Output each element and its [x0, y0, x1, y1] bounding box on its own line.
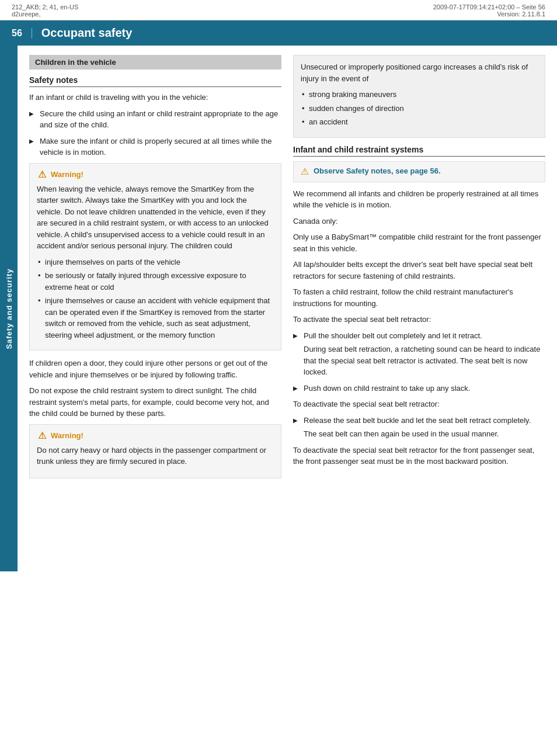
- intro-text: If an infant or child is traveling with …: [29, 92, 281, 103]
- child-safety-bullets: Secure the child using an infant or chil…: [29, 108, 281, 158]
- infant-para7: To deactivate the special seat belt retr…: [293, 445, 545, 467]
- left-column: Children in the vehicle Safety notes If …: [29, 55, 281, 562]
- info-box-intro: Unsecured or improperly positioned cargo…: [301, 61, 538, 84]
- list-item: Pull the shoulder belt out completely an…: [293, 330, 545, 378]
- list-item: Make sure the infant or child is properl…: [29, 136, 281, 158]
- warning2-body: Do not carry heavy or hard objects in th…: [37, 445, 274, 467]
- side-tab: Safety and security: [0, 46, 18, 571]
- sub-para: During seat belt retraction, a ratchetin…: [304, 344, 545, 378]
- warning-box-1: ⚠ Warning! When leaving the vehicle, alw…: [29, 163, 281, 351]
- warning1-items: injure themselves on parts of the vehicl…: [37, 256, 274, 341]
- deactivate-items: Release the seat belt buckle and let the…: [293, 415, 545, 440]
- page-number: 56: [12, 28, 32, 39]
- infant-para2-intro: Canada only:: [293, 216, 545, 227]
- content-wrapper: Safety and security Children in the vehi…: [0, 46, 557, 571]
- list-item: strong braking maneuvers: [301, 89, 538, 100]
- page-title: Occupant safety: [41, 26, 133, 40]
- infant-para4: To fasten a child restraint, follow the …: [293, 286, 545, 309]
- list-item: be seriously or fatally injured through …: [37, 270, 274, 293]
- infant-para5: To activate the special seat belt retrac…: [293, 314, 545, 325]
- infant-para2: Only use a BabySmart™ compatible child r…: [293, 231, 545, 254]
- list-item: an accident: [301, 116, 538, 128]
- infant-para1: We recommend all infants and children be…: [293, 188, 545, 211]
- activate-items: Pull the shoulder belt out completely an…: [293, 330, 545, 394]
- list-item: injure themselves or cause an accident w…: [37, 295, 274, 341]
- list-item: Push down on child restraint to take up …: [293, 383, 545, 394]
- list-item: Release the seat belt buckle and let the…: [293, 415, 545, 440]
- info-box-items: strong braking maneuvers sudden changes …: [301, 89, 538, 128]
- subsection-header-safety-notes: Safety notes: [29, 75, 281, 87]
- subsection-header-infant: Infant and child restraint systems: [293, 145, 545, 157]
- warning-title-2: ⚠ Warning!: [37, 431, 274, 441]
- mid-text-2: Do not expose the child restraint system…: [29, 385, 281, 419]
- infant-para3: All lap/shoulder belts except the driver…: [293, 259, 545, 282]
- safety-note-box: ⚠ Observe Safety notes, see page 56.: [293, 161, 545, 182]
- list-item: injure themselves on parts of the vehicl…: [37, 256, 274, 268]
- infant-para6: To deactivate the special seat belt retr…: [293, 398, 545, 410]
- mid-text-1: If children open a door, they could inju…: [29, 358, 281, 380]
- right-column: Unsecured or improperly positioned cargo…: [293, 55, 545, 562]
- header-left: 212_AKB; 2; 41, en-US d2ureepe,: [12, 4, 78, 18]
- header-meta: 212_AKB; 2; 41, en-US d2ureepe, 2009-07-…: [0, 0, 557, 20]
- safety-note-icon: ⚠: [300, 167, 310, 177]
- warning-title-1: ⚠ Warning!: [37, 169, 274, 180]
- warning-icon-1: ⚠: [37, 169, 47, 180]
- list-item: sudden changes of direction: [301, 103, 538, 115]
- columns: Children in the vehicle Safety notes If …: [18, 46, 557, 571]
- warning1-body: When leaving the vehicle, always remove …: [37, 183, 274, 252]
- side-tab-label: Safety and security: [5, 268, 13, 349]
- warning-box-2: ⚠ Warning! Do not carry heavy or hard ob…: [29, 424, 281, 478]
- info-box: Unsecured or improperly positioned cargo…: [293, 55, 545, 138]
- safety-note-text: Observe Safety notes, see page 56.: [314, 167, 441, 175]
- list-item: Secure the child using an infant or chil…: [29, 108, 281, 131]
- section-header-children: Children in the vehicle: [29, 55, 281, 70]
- header-right: 2009-07-17T09:14:21+02:00 – Seite 56 Ver…: [433, 4, 545, 18]
- sub-para: The seat belt can then again be used in …: [304, 428, 545, 440]
- warning-icon-2: ⚠: [37, 431, 47, 441]
- title-bar: 56 Occupant safety: [0, 20, 557, 46]
